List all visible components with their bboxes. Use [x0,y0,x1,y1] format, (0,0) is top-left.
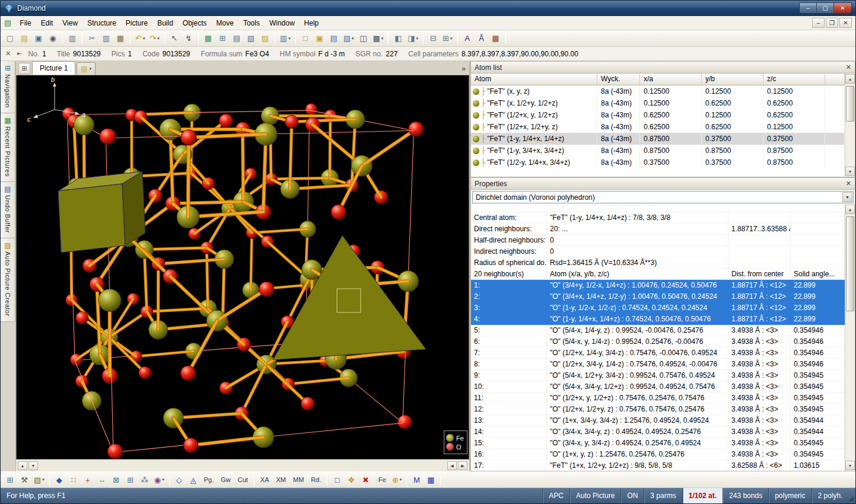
menu-move[interactable]: Move [212,17,238,29]
tab-new-picture[interactable]: ▤ ▾ [77,62,96,75]
title-bar[interactable]: Diamond – ▢ ✕ [1,1,855,16]
oxygen-atom[interactable] [183,438,198,453]
neighbour-row[interactable]: 10:"O" (5/4-x, 3/4-y, 1/2+z) : 0.99524, … [471,381,845,393]
neighbour-row[interactable]: 9:"O" (5/4-x, 1/2+y, 3/4-z) : 0.99524, 0… [471,370,845,381]
iron-atom[interactable] [98,289,121,312]
atom-list-close-icon[interactable]: ✕ [846,63,851,71]
oxygen-atom[interactable] [259,282,274,296]
structure-canvas[interactable]: bac FeO [16,75,469,460]
properties-mode-select[interactable]: Dirichlet domain (Voronoi polyhedron) ▼ [472,191,854,203]
open-file-button[interactable]: ▤ [18,32,31,45]
tab-overflow-chevron[interactable]: » [462,65,468,75]
neighbour-row[interactable]: 8:"O" (1/2+x, 3/4-y, 1/4-z) : 0.75476, 0… [471,359,845,370]
oxygen-atom[interactable] [301,397,314,410]
atom-row[interactable]: ├"FeT" (x, y, z)8a (-43m)0.125000.125000… [471,85,845,97]
structure-svg[interactable]: bac [17,75,469,460]
oxygen-atom[interactable] [306,103,317,114]
polyhedron-cube-right[interactable] [122,171,145,245]
find-button[interactable]: ◉ [46,32,59,45]
broken-bonds-button[interactable]: ⁂ [138,473,151,486]
pan-left-button[interactable]: ◀ [447,461,457,470]
scroll-up-icon[interactable]: ▲ [845,205,855,214]
rd-button-button[interactable]: Rd. [308,473,324,486]
coordination-sphere-button[interactable]: ◉▾ [152,473,166,486]
neighbour-row[interactable]: 14:"O" (3/4-x, 3/4-y, z) : 0.49524, 0.49… [471,426,845,438]
select-pointer-button[interactable]: ↖ [168,32,181,45]
new-picture-button[interactable]: □ [299,32,312,45]
scroll-down-icon[interactable]: ▼ [845,167,855,176]
window-arrange-button[interactable]: ▦ [424,473,437,486]
atom-row[interactable]: ├"FeT" (1/2+x, 1/2+y, z)8a (-43m)0.62500… [471,121,845,133]
oxygen-atom[interactable] [219,114,233,127]
column-header-wyck[interactable]: Wyck. [597,74,640,85]
neighbour-row[interactable]: 13:"O" (1+x, 3/4-y, 3/4-z) : 1.25476, 0.… [471,415,845,426]
menu-view[interactable]: View [58,17,82,29]
picture-layout-button[interactable]: ◫ [357,32,370,45]
sidebar-tab-recent-pictures[interactable]: ▦Recent Pictures [1,113,15,182]
cut-button[interactable]: ✂ [85,32,98,45]
property-row-indirect-neighbours[interactable]: Indirect neighbours:0 [471,246,845,257]
oxygen-atom[interactable] [76,311,88,324]
packing-range-button[interactable]: ⊞ [124,473,137,486]
neighbour-row[interactable]: 2:"O" (3/4+x, 1/4+z, 1/2-y) : 1.00476, 0… [471,291,845,302]
save-button[interactable]: ▣ [32,32,45,45]
build-tool-button[interactable]: ⚒ [18,473,31,486]
minimize-button[interactable]: – [800,3,817,13]
rotate-tool-button[interactable]: ✖ [359,473,372,486]
table-new-button[interactable]: ⊞ [216,32,229,45]
scroll-down-icon[interactable]: ▼ [845,461,855,470]
table-highlight-button[interactable]: ▨ [259,32,272,45]
layout-grid-button[interactable]: ⊞▾ [441,32,454,45]
redo-button[interactable]: ↷▾ [148,32,161,45]
active-document-icon[interactable]: ▤ [4,18,11,27]
mdi-close-button[interactable]: ✕ [839,18,852,28]
neighbour-row[interactable]: 4:"O" (1-y, 1/4+x, 1/4+z) : 0.74524, 0.5… [471,314,845,325]
picture-copy-button[interactable]: ▤ [327,32,341,45]
new-document-button[interactable]: ▢ [4,32,17,45]
oxygen-atom[interactable] [180,366,195,381]
pan-right-button[interactable]: ▶ [458,461,467,470]
viewing-direction-button[interactable]: ⊕▾ [390,473,403,486]
oxygen-atom[interactable] [331,205,346,219]
context-help-button[interactable]: ↯ [182,32,195,45]
fe-label-button-button[interactable]: ·Fe [373,473,389,486]
atom-row[interactable]: ├"FeT" (x, 1/2+y, 1/2+z)8a (-43m)0.12500… [471,97,845,109]
table-sheet-button[interactable]: ▤ [230,32,243,45]
pane-toggle-right-button[interactable]: ◨▾ [406,32,420,45]
column-header-atom[interactable]: Atom [471,74,597,85]
cell-box-button[interactable]: □ [330,473,343,486]
property-row-half-direct-neighbours[interactable]: Half-direct neighbours:0 [471,235,845,246]
menu-build[interactable]: Build [152,17,178,29]
menu-file[interactable]: File [15,17,36,29]
polyhedron-triangle[interactable] [273,235,426,360]
pan-up-button[interactable]: ▲ [18,461,27,470]
scroll-thumb[interactable] [846,216,854,311]
property-row-radius-of-spherical-do[interactable]: Radius of spherical do...Rsd=1.36415 Å (… [471,257,845,269]
print-button[interactable]: ▥ [66,32,79,45]
tab-picture-1[interactable]: Picture 1 [32,61,75,75]
neighbour-row[interactable]: 7:"O" (1/2+x, 1/4-y, 3/4-z) : 0.75476, -… [471,347,845,359]
sidebar-tab-auto-picture-creator[interactable]: ▨Auto Picture Creator [1,238,15,322]
oxygen-atom[interactable] [100,129,116,145]
neighbour-row[interactable]: 1:"O" (3/4+y, 1/2-x, 1/4+z) : 1.00476, 0… [471,280,845,291]
polyhedron-center-button[interactable]: ◬ [187,473,200,486]
polyhedron-outline-button[interactable]: ◇ [173,473,186,486]
polyhedron-cube-front[interactable] [58,184,125,253]
oxygen-atom[interactable] [139,366,151,378]
gw-button-button[interactable]: Gw [218,473,234,486]
pin-infobar-icon[interactable]: ⇤ [17,50,22,58]
combo-dropdown-icon[interactable]: ▼ [842,192,852,202]
move-tool-button[interactable]: ✥ [345,473,358,486]
picture-wizard-button[interactable]: ▧▾ [32,473,46,486]
sidebar-tab-undo-buffer[interactable]: ▤Undo Buffer [1,182,15,238]
mdi-minimize-button[interactable]: – [812,18,825,28]
table-view-button[interactable]: ▦ [489,32,502,45]
atom-list-scrollbar[interactable]: ▲ ▼ [845,74,855,176]
maximize-button[interactable]: ▢ [817,3,834,13]
menu-structure[interactable]: Structure [82,17,121,29]
menu-picture[interactable]: Picture [121,17,152,29]
xa-button-button[interactable]: XA [257,473,272,486]
column-header-x-a[interactable]: x/a [640,74,702,85]
add-molecule-button[interactable]: ◆ [53,473,66,486]
table-structure-button[interactable]: ▦ [202,32,215,45]
